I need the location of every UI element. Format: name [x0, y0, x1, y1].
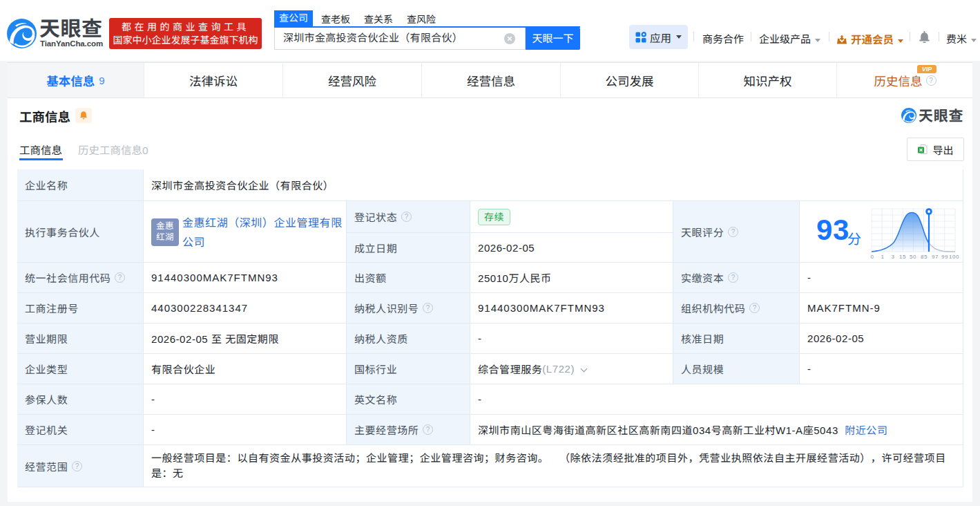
svg-text:100: 100 [949, 254, 959, 260]
svg-text:1: 1 [881, 254, 885, 260]
svg-text:3: 3 [892, 254, 895, 260]
svg-text:15: 15 [899, 254, 906, 260]
svg-text:50: 50 [910, 254, 916, 260]
svg-text:0: 0 [871, 254, 874, 260]
svg-text:97: 97 [932, 254, 939, 260]
svg-text:85: 85 [921, 254, 928, 260]
svg-text:99: 99 [941, 254, 948, 260]
